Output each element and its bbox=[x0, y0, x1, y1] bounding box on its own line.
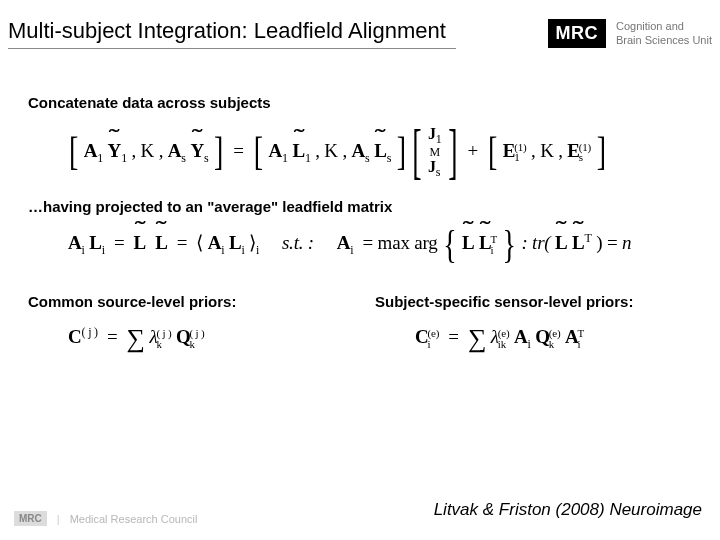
logo-line1: Cognition and bbox=[616, 20, 712, 34]
section-projected: …having projected to an "average" leadfi… bbox=[28, 198, 692, 215]
footer-logo-icon: MRC bbox=[14, 511, 47, 526]
equation-average-leadfield: Ai Li = L L = ⟨ Ai Li ⟩i s.t. : Ai = max… bbox=[68, 229, 692, 261]
footer-mrc: MRC | Medical Research Council bbox=[14, 511, 197, 526]
logo-mark: MRC bbox=[548, 19, 607, 48]
section-concatenate: Concatenate data across subjects bbox=[28, 94, 692, 111]
equation-common-priors: C( j ) = ∑ λ( j )k Q( j )k bbox=[68, 324, 345, 354]
logo-text: Cognition and Brain Sciences Unit bbox=[616, 20, 712, 48]
footer-council-text: Medical Research Council bbox=[70, 513, 198, 525]
section-subject-priors: Subject-specific sensor-level priors: bbox=[375, 293, 692, 310]
logo-line2: Brain Sciences Unit bbox=[616, 34, 712, 48]
equation-subject-priors: C(e)i = ∑ λ(e)ik Ai Q(e)k ATi bbox=[415, 324, 692, 354]
slide-title: Multi-subject Integration: Leadfield Ali… bbox=[8, 18, 456, 49]
mrc-logo: MRC Cognition and Brain Sciences Unit bbox=[548, 19, 713, 48]
citation: Litvak & Friston (2008) Neuroimage bbox=[434, 500, 702, 520]
equation-concatenate: [ A1 Y1 , K , As Ys ] = [ A1 L1 , K , As… bbox=[68, 125, 692, 180]
section-common-priors: Common source-level priors: bbox=[28, 293, 345, 310]
